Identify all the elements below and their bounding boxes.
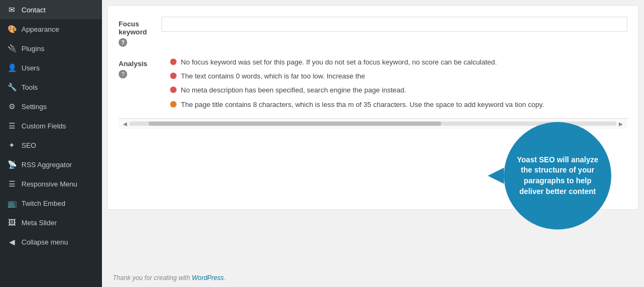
rss-icon: 📡 <box>6 159 17 170</box>
focus-keyword-label-col: Focus keyword ? <box>119 17 162 47</box>
seo-panel: Focus keyword ? Analysis ? No focus keyw… <box>107 5 639 210</box>
tools-icon: 🔧 <box>6 82 17 92</box>
analysis-item-3: No meta description has been specified, … <box>170 85 627 95</box>
red-dot-3 <box>170 87 177 93</box>
sidebar-item-label: RSS Aggregator <box>21 161 96 169</box>
footer-suffix: . <box>224 274 225 282</box>
sidebar-item-tools[interactable]: 🔧 Tools <box>0 77 102 97</box>
plugins-icon: 🔌 <box>6 43 17 54</box>
analysis-help-icon[interactable]: ? <box>119 70 127 78</box>
contact-icon: ✉ <box>6 4 17 15</box>
sidebar-item-label: Collapse menu <box>21 238 96 246</box>
settings-icon: ⚙ <box>6 101 17 112</box>
sidebar-item-label: Users <box>21 64 96 72</box>
focus-keyword-label: Focus keyword <box>119 20 162 36</box>
sidebar-item-label: Tools <box>21 83 96 91</box>
sidebar-item-appearance[interactable]: 🎨 Appearance <box>0 19 102 39</box>
users-icon: 👤 <box>6 62 17 73</box>
analysis-text-4: The page title contains 8 characters, wh… <box>181 100 544 110</box>
content-area: Focus keyword ? Analysis ? No focus keyw… <box>102 0 644 269</box>
sidebar-item-label: Plugins <box>21 45 96 53</box>
footer-wordpress-link[interactable]: WordPress <box>192 274 223 282</box>
sidebar-item-contact[interactable]: ✉ Contact <box>0 0 102 19</box>
analysis-label-col: Analysis ? <box>119 58 162 78</box>
sidebar-item-collapse-menu[interactable]: ◀ Collapse menu <box>0 232 102 252</box>
collapse-icon: ◀ <box>6 236 17 247</box>
sidebar-item-settings[interactable]: ⚙ Settings <box>0 97 102 116</box>
analysis-section: Analysis ? No focus keyword was set for … <box>119 58 627 110</box>
analysis-items: No focus keyword was set for this page. … <box>170 58 627 110</box>
analysis-label: Analysis <box>119 60 162 68</box>
tooltip-text: Yoast SEO will analyze the structure of … <box>515 155 601 197</box>
red-dot-2 <box>170 73 177 79</box>
sidebar: ✉ Contact 🎨 Appearance 🔌 Plugins 👤 Users… <box>0 0 102 287</box>
appearance-icon: 🎨 <box>6 24 17 34</box>
sidebar-item-plugins[interactable]: 🔌 Plugins <box>0 39 102 58</box>
sidebar-item-label: Twitch Embed <box>21 199 96 207</box>
sidebar-item-users[interactable]: 👤 Users <box>0 58 102 77</box>
seo-icon: ✦ <box>6 140 17 150</box>
orange-dot-4 <box>170 101 177 107</box>
sidebar-item-custom-fields[interactable]: ☰ Custom Fields <box>0 116 102 135</box>
sidebar-item-label: Meta Slider <box>21 219 96 227</box>
focus-keyword-row: Focus keyword ? <box>119 17 627 47</box>
meta-slider-icon: 🖼 <box>6 217 17 228</box>
footer-prefix: Thank you for creating with <box>113 274 192 282</box>
tooltip-arrow <box>488 168 504 184</box>
scroll-right-arrow[interactable]: ▶ <box>617 121 625 127</box>
focus-keyword-input-wrap <box>162 17 627 32</box>
analysis-text-2: The text contains 0 words, which is far … <box>181 71 365 81</box>
sidebar-item-label: Responsive Menu <box>21 180 96 188</box>
sidebar-item-label: Contact <box>21 6 96 14</box>
sidebar-item-label: Settings <box>21 103 96 111</box>
analysis-text-1: No focus keyword was set for this page. … <box>181 58 497 67</box>
sidebar-item-label: Appearance <box>21 25 96 33</box>
sidebar-item-label: SEO <box>21 141 96 149</box>
sidebar-item-rss-aggregator[interactable]: 📡 RSS Aggregator <box>0 155 102 174</box>
analysis-item-2: The text contains 0 words, which is far … <box>170 71 627 81</box>
red-dot-1 <box>170 59 177 65</box>
sidebar-item-seo[interactable]: ✦ SEO <box>0 135 102 155</box>
sidebar-item-responsive-menu[interactable]: ☰ Responsive Menu <box>0 174 102 193</box>
footer: Thank you for creating with WordPress. <box>102 269 644 287</box>
yoast-tooltip-bubble: Yoast SEO will analyze the structure of … <box>504 122 611 229</box>
analysis-text-3: No meta description has been specified, … <box>181 85 406 95</box>
scroll-left-arrow[interactable]: ◀ <box>121 121 129 127</box>
analysis-item-1: No focus keyword was set for this page. … <box>170 58 627 67</box>
focus-keyword-input[interactable] <box>162 17 627 32</box>
sidebar-item-meta-slider[interactable]: 🖼 Meta Slider <box>0 213 102 232</box>
responsive-menu-icon: ☰ <box>6 178 17 189</box>
scroll-thumb <box>149 121 441 126</box>
analysis-item-4: The page title contains 8 characters, wh… <box>170 100 627 110</box>
focus-keyword-help-icon[interactable]: ? <box>119 38 127 47</box>
sidebar-item-label: Custom Fields <box>21 122 96 130</box>
sidebar-item-twitch-embed[interactable]: 📺 Twitch Embed <box>0 193 102 213</box>
main-content: Focus keyword ? Analysis ? No focus keyw… <box>102 0 644 287</box>
twitch-embed-icon: 📺 <box>6 198 17 209</box>
custom-fields-icon: ☰ <box>6 120 17 131</box>
